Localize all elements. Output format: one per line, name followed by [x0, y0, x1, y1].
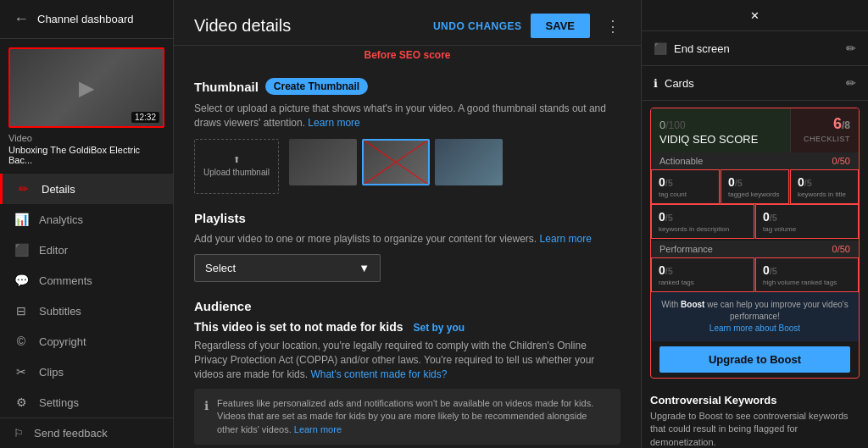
playlists-desc: Add your video to one or more playlists … — [194, 232, 620, 246]
sidebar-item-subtitles-label: Subtitles — [39, 305, 81, 318]
coppa-link[interactable]: What's content made for kids? — [310, 368, 447, 380]
upgrade-boost-button[interactable]: Upgrade to Boost — [659, 346, 850, 373]
cards-row: ℹ Cards ✏ — [642, 66, 868, 100]
controversial-keywords-desc: Upgrade to Boost to see controversial ke… — [650, 410, 860, 448]
sidebar-item-analytics[interactable]: 📊 Analytics — [0, 204, 173, 235]
thumbnail-preview-3[interactable] — [435, 139, 503, 185]
end-screen-section: ⬛ End screen ✏ — [642, 31, 868, 66]
end-screen-row: ⬛ End screen ✏ — [642, 31, 868, 65]
analytics-icon: 📊 — [14, 213, 29, 226]
seo-score-label: Before SEO score — [174, 46, 641, 64]
metric-ranked-tags-num: 0/5 — [659, 263, 747, 277]
clips-icon: ✂ — [14, 365, 29, 379]
sidebar: ← Channel dashboard 12:32 Video Unboxing… — [0, 0, 174, 448]
editor-icon: ⬛ — [14, 243, 29, 257]
back-arrow-icon[interactable]: ← — [14, 10, 29, 28]
playlists-learn-more-link[interactable]: Learn more — [540, 233, 592, 245]
checklist-box: 6/8 CHECKLIST — [791, 108, 859, 152]
metric-keywords-title-num: 0/5 — [798, 175, 851, 189]
sidebar-item-settings[interactable]: ⚙ Settings — [0, 387, 173, 418]
boost-banner: With Boost we can help you improve your … — [651, 292, 859, 341]
main-content: Video details UNDO CHANGES SAVE ⋮ Before… — [174, 0, 641, 448]
sidebar-item-comments-label: Comments — [39, 274, 92, 287]
sidebar-item-copyright-label: Copyright — [39, 335, 86, 348]
audience-status: This video is set to not made for kids S… — [194, 320, 620, 334]
sidebar-channel-title: Channel dashboard — [37, 13, 133, 25]
seo-score-box: 0/100 VIDIQ SEO SCORE — [651, 108, 791, 152]
metric-keywords-desc-num: 0/5 — [659, 210, 747, 224]
vidiq-score-box: 0/100 VIDIQ SEO SCORE 6/8 CHECKLIST Acti… — [650, 108, 860, 379]
main-header: Video details UNDO CHANGES SAVE ⋮ — [174, 0, 641, 46]
content-area: Thumbnail Create Thumbnail Select or upl… — [174, 64, 641, 448]
boost-learn-more-link[interactable]: Learn more about Boost — [709, 324, 800, 333]
cards-label-group: ℹ Cards — [654, 77, 694, 90]
copyright-icon: © — [14, 335, 29, 348]
metric-tag-count-num: 0/5 — [659, 175, 712, 189]
performance-label: Performance — [659, 244, 713, 254]
vidiq-top-row: 0/100 VIDIQ SEO SCORE 6/8 CHECKLIST — [651, 108, 859, 152]
cards-edit-icon[interactable]: ✏ — [846, 76, 856, 90]
audience-notice-box: ℹ Features like personalized ads and not… — [194, 389, 620, 445]
thumbnail-learn-more-link[interactable]: Learn more — [308, 117, 359, 129]
set-by-you-link[interactable]: Set by you — [414, 322, 465, 334]
metric-ranked-tags: 0/5 ranked tags — [651, 257, 754, 292]
close-panel-icon[interactable]: ✕ — [745, 5, 765, 25]
end-screen-label: End screen — [674, 42, 730, 55]
sidebar-item-editor[interactable]: ⬛ Editor — [0, 235, 173, 265]
video-duration: 12:32 — [131, 112, 159, 123]
feedback-icon: ⚐ — [14, 427, 24, 440]
checklist-num: 6/8 — [799, 115, 850, 133]
upload-icon: ⬆ — [233, 155, 240, 164]
cards-label: Cards — [665, 77, 694, 90]
metric-keywords-title-label: keywords in title — [798, 191, 851, 198]
subtitles-icon: ⊟ — [14, 304, 29, 318]
thumbnail-preview-2[interactable] — [362, 139, 430, 185]
sidebar-item-copyright[interactable]: © Copyright — [0, 326, 173, 357]
notice-learn-more-link[interactable]: Learn more — [294, 424, 342, 434]
page-title: Video details — [194, 16, 291, 36]
thumbnail-section: Thumbnail Create Thumbnail Select or upl… — [194, 78, 620, 194]
video-thumbnail[interactable]: 12:32 — [8, 47, 164, 128]
thumbnail-area: ⬆ Upload thumbnail — [194, 139, 620, 194]
metric-tag-count: 0/5 tag count — [651, 169, 720, 204]
info-circle-icon: ℹ — [654, 77, 658, 90]
performance-header: Performance 0/50 — [651, 241, 859, 257]
sidebar-item-details[interactable]: ✏ Details — [0, 174, 173, 204]
video-card: 12:32 Video Unboxing The GoldiBox Electr… — [0, 39, 173, 174]
playlist-select-button[interactable]: Select ▼ — [194, 254, 381, 282]
header-actions: UNDO CHANGES SAVE ⋮ — [433, 14, 620, 38]
create-thumbnail-button[interactable]: Create Thumbnail — [265, 78, 368, 95]
sidebar-item-analytics-label: Analytics — [39, 213, 83, 226]
end-screen-edit-icon[interactable]: ✏ — [846, 41, 856, 55]
sidebar-item-comments[interactable]: 💬 Comments — [0, 265, 173, 296]
upload-label: Upload thumbnail — [203, 168, 270, 177]
metrics-grid: 0/5 tag count 0/5 tagged keywords 0/5 ke… — [651, 169, 859, 204]
sidebar-item-subtitles[interactable]: ⊟ Subtitles — [0, 296, 173, 326]
playlist-select-container: Select ▼ — [194, 254, 381, 282]
more-options-icon[interactable]: ⋮ — [605, 17, 620, 36]
sidebar-item-clips[interactable]: ✂ Clips — [0, 357, 173, 387]
thumbnail-previews — [289, 139, 503, 185]
metric-tagged-keywords-num: 0/5 — [728, 175, 782, 189]
controversial-keywords-section: Controversial Keywords Upgrade to Boost … — [642, 385, 868, 448]
metric-tag-volume-label: tag volume — [763, 225, 851, 233]
metric-high-volume-ranked-label: high volume ranked tags — [763, 279, 851, 286]
playlists-section: Playlists Add your video to one or more … — [194, 211, 620, 283]
upload-thumbnail-button[interactable]: ⬆ Upload thumbnail — [194, 139, 279, 194]
video-type-label: Video — [8, 133, 164, 143]
thumbnail-preview-1[interactable] — [289, 139, 357, 185]
sidebar-item-details-label: Details — [42, 183, 75, 196]
video-title: Unboxing The GoldiBox Electric Bac... — [8, 145, 164, 165]
settings-icon: ⚙ — [14, 395, 29, 409]
send-feedback-item[interactable]: ⚐ Send feedback — [0, 418, 173, 448]
info-icon: ℹ — [204, 398, 209, 436]
undo-changes-button[interactable]: UNDO CHANGES — [433, 20, 522, 32]
end-screen-icon: ⬛ — [654, 42, 667, 55]
sidebar-nav: ✏ Details 📊 Analytics ⬛ Editor 💬 Comment… — [0, 174, 173, 418]
right-panel: ✕ ⬛ End screen ✏ ℹ Cards ✏ — [641, 0, 868, 448]
save-button[interactable]: SAVE — [531, 14, 590, 38]
metric-tagged-keywords-label: tagged keywords — [728, 191, 782, 198]
svg-line-1 — [364, 141, 427, 184]
chevron-down-icon: ▼ — [359, 262, 370, 274]
video-info: Video Unboxing The GoldiBox Electric Bac… — [8, 128, 164, 165]
